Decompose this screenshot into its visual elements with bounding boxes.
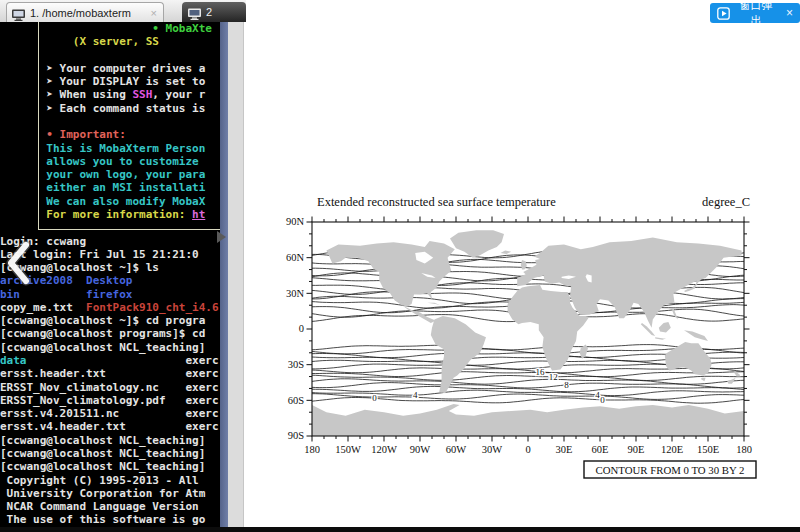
terminal-line: [ccwang@localhost programs]$ cd xyxy=(0,327,220,340)
sst-contour-line xyxy=(312,375,744,380)
terminal-line: your own logo, your para xyxy=(0,168,220,181)
terminal-output[interactable]: • MobaXte (X server, SS ➤ Your computer … xyxy=(0,22,220,527)
tab-close-icon[interactable]: × xyxy=(149,7,159,19)
terminal-line: ersst.v4.header.txt exerc xyxy=(0,420,220,433)
x-axis-label: 120W xyxy=(371,444,397,455)
tab-2[interactable]: 2 xyxy=(182,2,246,22)
terminal-line: copy_me.txt FontPack910_cht_i4.6 xyxy=(0,301,220,314)
terminal-line: ➤ Your DISPLAY is set to xyxy=(0,75,220,88)
world-map: 041612840 xyxy=(312,230,744,438)
banner-box-border-bottom xyxy=(38,229,220,230)
y-axis-label: 60N xyxy=(286,252,305,263)
landmass xyxy=(450,230,504,257)
x-axis-label: 120E xyxy=(661,444,683,455)
window-edge-band xyxy=(228,22,244,527)
landmass xyxy=(684,330,708,341)
terminal-line: either an MSI installati xyxy=(0,181,220,194)
landmass xyxy=(427,303,440,305)
terminal-line xyxy=(0,221,220,234)
terminal-line: We can also modify MobaX xyxy=(0,195,220,208)
y-axis-label: 90S xyxy=(288,430,305,441)
terminal-line: ➤ Each command status is xyxy=(0,102,220,115)
terminal-line: ➤ Your computer drives a xyxy=(0,62,220,75)
x-axis-label: 180 xyxy=(736,444,752,455)
y-axis-label: 0 xyxy=(299,323,304,334)
terminal-line: NCAR Command Language Version xyxy=(0,500,220,513)
landmass xyxy=(500,251,511,255)
y-axis-label: 30S xyxy=(288,359,305,370)
terminal-line: [ccwang@localhost NCL_teaching] xyxy=(0,460,220,473)
y-axis-label: 90N xyxy=(286,216,305,227)
tab-home-mobaxterm[interactable]: 1. /home/mobaxterm × xyxy=(6,2,164,22)
plot-units-label: degree_C xyxy=(702,195,750,209)
terminal-line: For more information: ht xyxy=(0,208,220,221)
plot-title: Extended reconstructed sea surface tempe… xyxy=(317,195,556,209)
x-axis-label: 90W xyxy=(410,444,431,455)
terminal-line: (X server, SS xyxy=(0,35,220,48)
landmass xyxy=(312,404,744,439)
x-axis-label: 180 xyxy=(304,444,320,455)
terminal-line xyxy=(0,49,220,62)
terminal-tab-bar: 1. /home/mobaxterm × 2 xyxy=(0,0,246,22)
terminal-line: data exerc xyxy=(0,354,220,367)
x-axis-label: 60E xyxy=(592,444,609,455)
landmass xyxy=(659,322,671,333)
play-icon xyxy=(717,7,730,20)
terminal-line: ersst.header.txt exerc xyxy=(0,367,220,380)
y-axis-label: 30N xyxy=(286,288,305,299)
x-axis-label: 90E xyxy=(628,444,645,455)
contour-label: 0 xyxy=(372,393,377,403)
contour-label: 4 xyxy=(413,390,418,400)
terminal-line: [ccwang@localhost ~]$ ls xyxy=(0,261,220,274)
bottom-strip xyxy=(0,527,800,532)
terminal-line: archive2008 Desktop xyxy=(0,274,220,287)
back-chevron-icon[interactable] xyxy=(4,240,32,286)
landmass xyxy=(655,337,666,339)
tab-label: 1. /home/mobaxterm xyxy=(30,7,145,19)
x-axis-label: 30E xyxy=(556,444,573,455)
sst-contour-plot: 04161284090N60N30N030S60S90S180150W120W9… xyxy=(280,190,780,490)
landmass xyxy=(701,378,706,382)
terminal-line: ersst.v4.201511.nc exerc xyxy=(0,407,220,420)
x-axis-label: 150E xyxy=(697,444,719,455)
landmass xyxy=(665,342,712,375)
contour-label: 16 xyxy=(536,367,546,377)
tab-label: 2 xyxy=(206,6,212,18)
terminal-scrollbar[interactable] xyxy=(220,22,228,527)
terminal-line: Copyright (C) 1995-2013 - All xyxy=(0,474,220,487)
popup-button-label: 窗口弹出 xyxy=(735,0,777,28)
screen: 1. /home/mobaxterm × 2 • MobaXte (X serv… xyxy=(0,0,800,532)
terminal-line: The use of this software is go xyxy=(0,513,220,526)
terminal-line: [ccwang@localhost ~]$ cd progra xyxy=(0,314,220,327)
terminal-line: • Important: xyxy=(0,128,220,141)
terminal-monitor-icon xyxy=(11,7,26,19)
terminal-line: ERSST_Nov_climatology.pdf exerc xyxy=(0,394,220,407)
sst-contour-line xyxy=(312,383,744,389)
landmass xyxy=(641,323,655,336)
terminal-line: • MobaXte xyxy=(0,22,220,35)
terminal-monitor-icon xyxy=(187,6,202,18)
terminal-line: [ccwang@localhost NCL_teaching] xyxy=(0,434,220,447)
banner-box-border-left xyxy=(38,22,39,229)
terminal-line: This is MobaXterm Person xyxy=(0,142,220,155)
contour-label: 0 xyxy=(600,395,605,405)
terminal-line: allows you to customize xyxy=(0,155,220,168)
popup-window-button[interactable]: 窗口弹出 × xyxy=(710,3,800,23)
terminal-line: University Corporation for Atm xyxy=(0,487,220,500)
popup-close-icon[interactable]: × xyxy=(786,6,793,20)
terminal-line xyxy=(0,115,220,128)
x-axis-label: 60W xyxy=(446,444,467,455)
terminal-line: bin firefox xyxy=(0,288,220,301)
landmass xyxy=(521,260,527,270)
contour-label: 12 xyxy=(549,372,558,382)
y-axis-label: 60S xyxy=(288,395,305,406)
contour-note: CONTOUR FROM 0 TO 30 BY 2 xyxy=(596,464,745,476)
x-axis-label: 150W xyxy=(335,444,361,455)
contour-label: 8 xyxy=(564,380,569,390)
terminal-line: Last login: Fri Jul 15 21:21:0 xyxy=(0,248,220,261)
terminal-line: [ccwang@localhost NCL_teaching] xyxy=(0,341,220,354)
expand-arrow-icon[interactable] xyxy=(217,231,226,243)
terminal-line: ➤ When using SSH, your r xyxy=(0,88,220,101)
x-axis-label: 30W xyxy=(482,444,503,455)
sst-contour-line xyxy=(312,379,744,385)
